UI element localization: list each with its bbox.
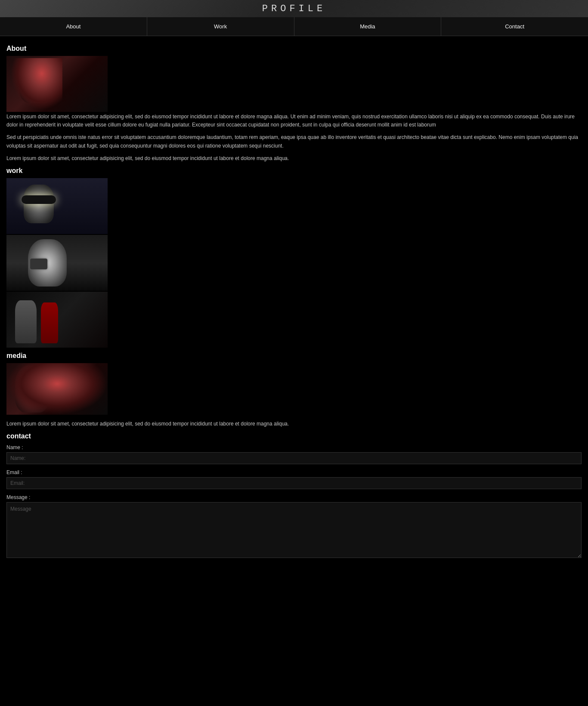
media-heading: media <box>6 352 582 360</box>
email-label: Email : <box>6 469 582 475</box>
message-input[interactable] <box>6 502 582 558</box>
work-photo-1 <box>6 178 108 234</box>
about-section: About Lorem ipsum dolor sit amet, consec… <box>6 45 582 163</box>
about-image <box>6 56 108 112</box>
media-section: media Lorem ipsum dolor sit amet, consec… <box>6 352 582 428</box>
nav-about[interactable]: About <box>0 17 147 36</box>
nav-work[interactable]: Work <box>147 17 294 36</box>
media-caption: Lorem ipsum dolor sit amet, consectetur … <box>6 420 582 428</box>
media-image <box>6 363 108 419</box>
about-photo <box>6 56 108 112</box>
contact-heading: contact <box>6 432 582 440</box>
work-image-1 <box>6 178 108 234</box>
work-image-3 <box>6 292 108 348</box>
name-input[interactable] <box>6 452 582 464</box>
work-photo-2 <box>6 235 108 291</box>
media-photo <box>6 363 108 415</box>
email-input[interactable] <box>6 477 582 489</box>
work-heading: work <box>6 167 582 175</box>
site-title: PROFILE <box>262 3 326 14</box>
about-paragraph-2: Sed ut perspiciatis unde omnis iste natu… <box>6 133 582 150</box>
nav-media[interactable]: Media <box>294 17 442 36</box>
main-content: About Lorem ipsum dolor sit amet, consec… <box>0 36 588 564</box>
contact-section: contact Name : Email : Message : <box>6 432 582 559</box>
message-label: Message : <box>6 494 582 500</box>
about-heading: About <box>6 45 582 52</box>
work-photo-3 <box>6 292 108 348</box>
work-section: work <box>6 167 582 348</box>
about-paragraph-1: Lorem ipsum dolor sit amet, consectetur … <box>6 113 582 129</box>
about-paragraph-3: Lorem ipsum dolor sit amet, consectetur … <box>6 154 582 163</box>
work-image-2 <box>6 235 108 291</box>
name-label: Name : <box>6 444 582 450</box>
header: PROFILE <box>0 0 588 17</box>
nav-contact[interactable]: Contact <box>441 17 588 36</box>
main-nav: About Work Media Contact <box>0 17 588 36</box>
